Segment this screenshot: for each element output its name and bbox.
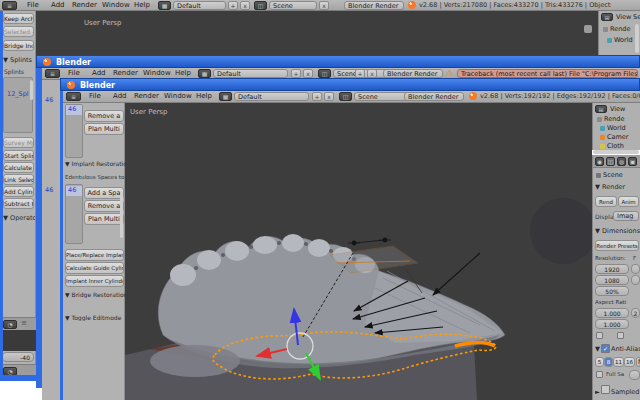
w1-menu-help[interactable]: Help [134,0,150,11]
render-presets-select[interactable]: Render Presets [595,240,639,251]
w2-list-item-46[interactable]: 46 [45,96,53,104]
resolution-y-slider[interactable]: 1080 [595,275,629,285]
w1-layout-close-button[interactable]: x [240,1,250,10]
w3-layout-close-button[interactable]: x [324,92,334,101]
aa-samples-8-button[interactable]: 8 [604,357,613,367]
w1-outliner-scrollbar[interactable] [635,24,639,53]
w1-engine-select[interactable]: Blender Render [344,1,404,10]
sampled-checkbox[interactable] [601,385,610,394]
animation-button[interactable]: Anim [618,196,639,207]
w2-layout-icon[interactable]: ▦ [198,69,211,78]
plan-multi-button-top[interactable]: Plan Multi [84,123,124,135]
w1-menu-file[interactable]: File [27,0,39,11]
w2-editor-type-icon[interactable]: ≡ [45,69,60,78]
aa-samples-16-button[interactable]: 16 [624,357,635,367]
border-checkbox[interactable] [596,332,603,339]
w1-scene-select[interactable]: Scene [269,1,317,10]
w3-titlebar[interactable]: Blender [60,78,640,91]
w2-layout-add-button[interactable]: + [291,69,301,78]
w1-timeline-menu-icon[interactable]: ≡ [21,318,27,329]
start-splint-button[interactable]: Start Splint [3,150,34,161]
w3-scene-icon[interactable]: ◫ [339,92,352,101]
aspect-y-slider[interactable]: 1.000 [595,319,629,329]
splints-listbox[interactable]: 12_Spl [3,77,33,133]
splint-list-item[interactable]: 12_Spl [7,90,32,98]
link-select-button[interactable]: Link Select [3,174,34,185]
aspect-x-slider[interactable]: 1.000 [595,308,629,318]
w1-frame-slider[interactable]: -40 [2,352,34,362]
w3-outliner-row-world[interactable]: World [600,124,639,133]
w3-shelf-scrollbar[interactable] [120,193,123,238]
display-select[interactable]: Imag [613,211,639,221]
w1-menu-render[interactable]: Render [72,0,97,11]
sampled-section-header[interactable]: ►Sampled [595,385,640,396]
properties-tab-world-icon[interactable]: ◍ [617,157,626,166]
w3-outliner-editor-icon[interactable]: ⊞ [595,105,607,113]
w2-layout-close-button[interactable]: x [303,69,313,78]
w1-outliner-menu-view[interactable]: View [616,13,631,22]
w1-editor-type-icon[interactable]: ≡ [2,1,17,10]
render-section-header[interactable]: ▼ Render [595,183,640,191]
w1-outliner-editor-icon[interactable]: ⊞ [601,13,613,21]
w1-menu-add[interactable]: Add [51,0,65,11]
w3-outliner-row-camera[interactable]: Camer [600,133,639,142]
crop-checkbox[interactable] [617,332,624,339]
w2-list-item-46b[interactable]: 46 [45,186,53,194]
selected-bridge-button[interactable]: Selected -> Bridge [3,26,34,37]
splints-list-scrollbar[interactable] [30,80,33,100]
w1-3d-viewport[interactable]: User Persp [36,11,598,55]
w1-layout-add-button[interactable]: + [228,1,238,10]
implant-inner-cylinders-button[interactable]: Implant Inner Cylinders [65,275,124,287]
calculate-splint-button[interactable]: Calculate S [3,162,34,173]
frame-end-slider-stub[interactable] [631,275,640,285]
properties-tab-render-icon[interactable]: ◉ [595,157,604,166]
fps-slider-stub[interactable]: 2 [631,308,640,318]
bridge-individual-button[interactable]: Bridge Individual [3,40,34,51]
properties-tab-scene-icon[interactable]: ◫ [606,157,615,166]
w3-layout-add-button[interactable]: + [312,92,322,101]
w2-scene-add-button[interactable]: + [355,69,365,78]
operator-section-header[interactable]: ▼ Operator [3,214,35,222]
w3-listbox-mid[interactable]: 46 [65,184,83,244]
remove-space-button-top[interactable]: Remove a [84,110,124,122]
w3-outliner-menu-view[interactable]: View [610,105,638,114]
w3-outliner-hscrollbar[interactable] [593,150,639,154]
w3-menu-window[interactable]: Window [164,91,192,102]
splints-section-header[interactable]: ▼ Splints [3,56,35,64]
w3-outliner-row-render[interactable]: Rende [597,115,639,124]
w3-layout-icon[interactable]: ▦ [219,92,232,101]
w3-list-item-46-top[interactable]: 46 [66,105,82,115]
w1-panel-expand-icon[interactable] [584,25,592,33]
w1-layout-icon[interactable]: ▦ [158,1,171,10]
w2-engine-select[interactable]: Blender Render [383,69,443,78]
w3-layout-select[interactable]: Default [234,92,309,101]
w2-titlebar[interactable]: Blender [36,55,640,68]
add-space-button[interactable]: Add a Spa [84,187,124,199]
w2-layout-select[interactable]: Default [213,69,288,78]
w3-menu-help[interactable]: Help [196,91,212,102]
w1-outliner-row-render[interactable]: Rende [603,25,637,34]
w2-scene-close-button[interactable]: x [367,69,377,78]
dimensions-section-header[interactable]: ▼ Dimensions [595,227,640,235]
w1-scene-icon[interactable]: ◫ [254,1,267,10]
calculate-guide-cylinder-button[interactable]: Calculate Guide Cylind [65,262,124,274]
fullsample-slider-stub[interactable] [629,370,640,380]
w1-menu-window[interactable]: Window [102,0,130,11]
survey-model-button[interactable]: Survey Mo [3,137,34,148]
aa-filter-select[interactable]: M [636,357,640,367]
frame-start-slider-stub[interactable] [631,264,640,274]
resolution-x-slider[interactable]: 1920 [595,264,629,274]
w3-list-item-46-mid[interactable]: 46 [66,186,82,196]
full-sample-checkbox[interactable] [596,371,603,378]
subtract-holes-button[interactable]: Subtract Ho [3,198,34,209]
w3-editor-type-icon[interactable]: ≡ [66,92,81,101]
w1-layout-select[interactable]: Default [173,1,226,10]
add-cylinder-button[interactable]: Add Cylinde [3,186,34,197]
w2-scene-icon[interactable]: ◫ [318,69,331,78]
plan-multi-button[interactable]: Plan Multi [84,213,124,225]
resolution-percent-slider[interactable]: 50% [595,286,629,296]
bridge-restorations-header[interactable]: ▼ Bridge Restorations [65,291,125,298]
w3-menu-render[interactable]: Render [134,91,159,102]
w1-timeline-editor-icon[interactable]: ◔ [3,320,17,329]
antialias-checkbox[interactable]: ✓ [601,344,610,353]
